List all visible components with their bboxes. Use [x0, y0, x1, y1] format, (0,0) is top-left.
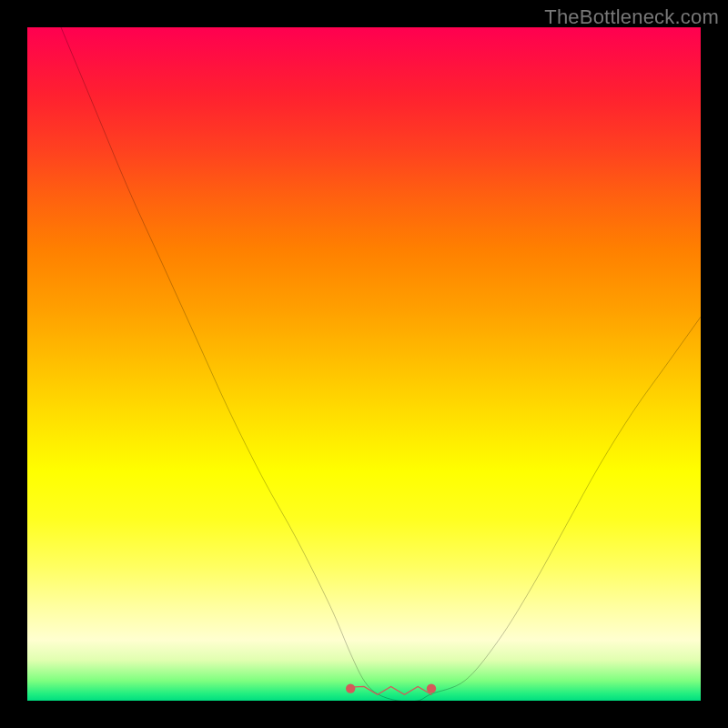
plot-area [27, 27, 701, 701]
curve-svg [27, 27, 701, 701]
bottleneck-curve [61, 27, 701, 701]
trough-end-dot [427, 684, 436, 693]
chart-container: TheBottleneck.com [0, 0, 728, 728]
watermark-text: TheBottleneck.com [544, 5, 719, 29]
trough-marker [350, 686, 431, 694]
trough-start-dot [346, 684, 355, 693]
